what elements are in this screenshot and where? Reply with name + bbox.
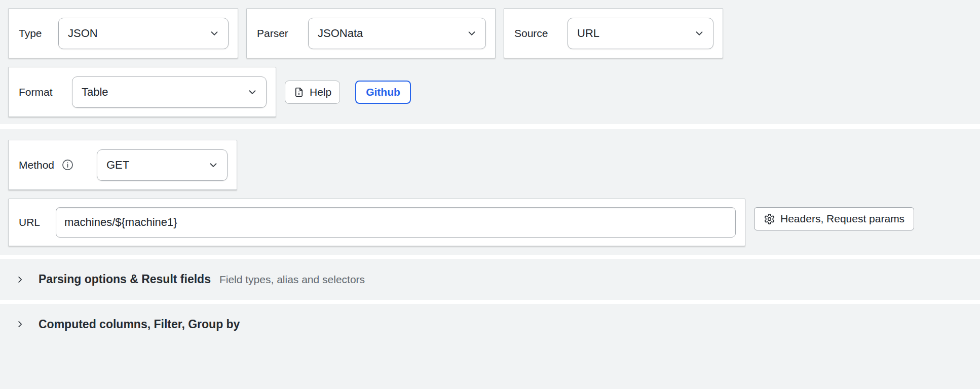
source-label: Source — [514, 27, 548, 40]
help-button[interactable]: Help — [285, 81, 340, 104]
format-row: Format Table Help Github — [8, 67, 980, 117]
parsing-options-panel: Parsing options & Result fields Field ty… — [0, 259, 980, 300]
url-row: URL Headers, Request params — [0, 199, 980, 246]
request-panel: Method GET URL Headers, Request params — [0, 129, 980, 255]
chevron-down-icon — [209, 28, 220, 39]
github-button[interactable]: Github — [355, 81, 411, 104]
section-title: Parsing options & Result fields — [39, 273, 211, 286]
method-select-value: GET — [106, 159, 129, 172]
source-select[interactable]: URL — [568, 18, 713, 49]
gear-icon — [764, 213, 775, 225]
headers-request-params-button[interactable]: Headers, Request params — [754, 207, 914, 230]
format-fieldset: Format Table — [8, 67, 276, 117]
chevron-down-icon — [247, 87, 258, 98]
url-fieldset: URL — [8, 199, 745, 246]
panel-divider — [0, 300, 980, 304]
top-settings-panel: Type JSON Parser JSONata Source URL Form… — [0, 0, 980, 124]
source-select-value: URL — [577, 27, 599, 40]
headers-button-label: Headers, Request params — [780, 213, 904, 225]
type-select-value: JSON — [68, 27, 98, 40]
parser-fieldset: Parser JSONata — [246, 8, 496, 58]
computed-columns-section-header[interactable]: Computed columns, Filter, Group by — [0, 304, 980, 344]
selectors-row: Type JSON Parser JSONata Source URL — [8, 8, 980, 58]
parser-select-value: JSONata — [318, 27, 363, 40]
chevron-down-icon — [466, 28, 477, 39]
source-fieldset: Source URL — [504, 8, 723, 58]
help-button-label: Help — [310, 86, 331, 98]
computed-columns-panel: Computed columns, Filter, Group by — [0, 304, 980, 389]
method-label: Method — [19, 159, 54, 171]
type-fieldset: Type JSON — [8, 8, 238, 58]
format-select-value: Table — [82, 86, 108, 99]
parser-label: Parser — [257, 27, 288, 40]
chevron-right-icon — [15, 274, 25, 286]
format-label: Format — [19, 86, 53, 98]
info-icon[interactable] — [61, 159, 74, 171]
panel-divider — [0, 255, 980, 259]
section-subtitle: Field types, alias and selectors — [219, 274, 365, 286]
url-label: URL — [19, 216, 40, 228]
chevron-down-icon — [694, 28, 705, 39]
url-input[interactable] — [56, 207, 736, 238]
panel-divider — [0, 124, 980, 129]
method-select[interactable]: GET — [97, 149, 228, 181]
parsing-options-section-header[interactable]: Parsing options & Result fields Field ty… — [0, 273, 980, 286]
type-label: Type — [19, 27, 42, 40]
chevron-down-icon — [208, 160, 219, 171]
method-fieldset: Method GET — [8, 140, 237, 190]
parser-select[interactable]: JSONata — [308, 18, 486, 49]
section-title: Computed columns, Filter, Group by — [39, 318, 240, 331]
chevron-right-icon — [15, 318, 25, 330]
github-button-label: Github — [366, 86, 400, 98]
type-select[interactable]: JSON — [58, 18, 229, 49]
format-select[interactable]: Table — [72, 76, 267, 108]
file-icon — [293, 87, 305, 98]
